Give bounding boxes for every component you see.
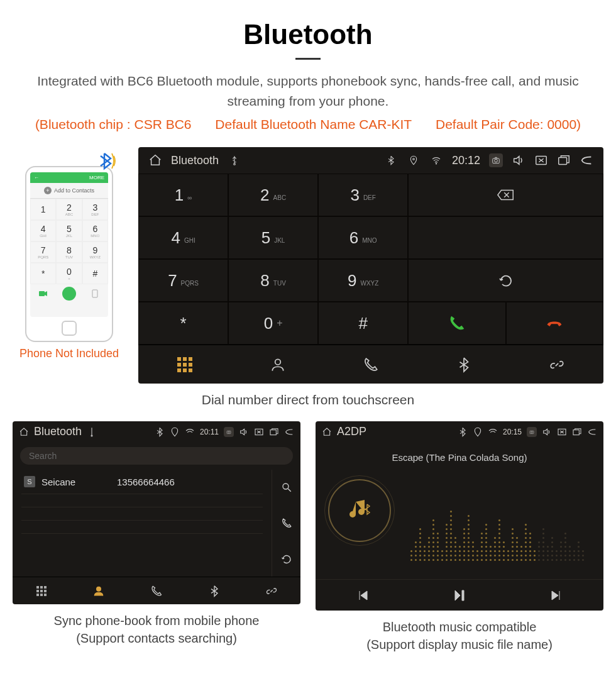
location-icon (407, 153, 421, 167)
dialer-key-9[interactable]: 9WXYZ (318, 259, 408, 302)
dialer-key-1[interactable]: 1∞ (138, 174, 228, 216)
wifi-icon (488, 427, 498, 437)
phone-key: 3DEF (82, 199, 108, 220)
phone-call-icon (62, 287, 76, 301)
volume-icon[interactable] (239, 427, 249, 437)
camera-icon[interactable] (224, 427, 234, 437)
nav-bluetooth-button[interactable] (417, 345, 510, 384)
phone-key: 2ABC (56, 199, 82, 220)
dialer-device: Bluetooth 20:12 1∞2ABC3DEF4GHI5JKL6MNO7P… (138, 147, 603, 384)
nav-pair-button[interactable] (510, 345, 603, 384)
nav-pair-button[interactable] (243, 577, 300, 604)
call-button[interactable] (408, 302, 505, 345)
status-time: 20:12 (452, 154, 480, 167)
svg-point-15 (283, 484, 289, 489)
back-icon[interactable] (284, 427, 294, 437)
phone-key: 0+ (56, 263, 82, 284)
close-screen-icon[interactable] (254, 427, 264, 437)
bluetooth-signal-icon (93, 148, 118, 176)
phone-key: 7PQRS (30, 241, 56, 263)
recent-apps-icon[interactable] (557, 153, 571, 167)
recent-apps-icon[interactable] (269, 427, 279, 437)
dialer-key-0[interactable]: 0+ (228, 302, 318, 345)
dialer-key-6[interactable]: 6MNO (318, 216, 408, 259)
contact-badge: S (24, 476, 35, 487)
dialer-key-4[interactable]: 4GHI (138, 216, 228, 259)
album-art (328, 479, 391, 542)
phone-contact-icon (82, 284, 108, 303)
page-title: Bluetooth (13, 19, 603, 50)
call-icon[interactable] (272, 506, 300, 541)
search-icon[interactable] (272, 470, 300, 506)
home-icon[interactable] (148, 153, 162, 167)
phone-key: 4GHI (30, 220, 56, 241)
empty-cell (408, 216, 603, 259)
dialer-key-2[interactable]: 2ABC (228, 174, 318, 216)
dialer-key-8[interactable]: 8TUV (228, 259, 318, 302)
home-icon[interactable] (19, 427, 29, 437)
spec-code: Default Pair Code: 0000) (436, 117, 581, 131)
svg-rect-8 (559, 157, 567, 164)
sync-icon[interactable] (272, 541, 300, 577)
recent-apps-icon[interactable] (572, 427, 582, 437)
dialer-key-7[interactable]: 7PQRS (138, 259, 228, 302)
phone-key: * (30, 263, 56, 284)
wifi-icon (185, 427, 195, 437)
svg-rect-1 (92, 290, 97, 297)
nav-keypad-button[interactable] (138, 345, 231, 384)
nav-contacts-button[interactable] (231, 345, 324, 384)
svg-point-18 (531, 431, 533, 433)
app-title: A2DP (337, 425, 366, 438)
nav-history-button[interactable] (324, 345, 417, 384)
home-icon[interactable] (322, 427, 332, 437)
svg-point-10 (91, 435, 92, 436)
contact-number: 13566664466 (117, 477, 175, 487)
back-icon[interactable] (587, 427, 597, 437)
next-track-button[interactable] (507, 580, 603, 611)
camera-icon[interactable] (489, 153, 503, 167)
svg-point-3 (413, 158, 415, 160)
phone-video-icon (30, 284, 56, 303)
music-device: A2DP 20:15 Escape (The Pina Colada Song) (316, 421, 603, 611)
nav-bluetooth-button[interactable] (185, 577, 243, 604)
music-caption: Bluetooth music compatible(Support displ… (316, 618, 603, 653)
app-title: Bluetooth (34, 425, 82, 438)
nav-history-button[interactable] (128, 577, 185, 604)
nav-contacts-button[interactable] (70, 577, 128, 604)
back-icon[interactable] (580, 153, 593, 167)
dialer-caption: Dial number direct from touchscreen (13, 392, 603, 407)
close-screen-icon[interactable] (534, 153, 548, 167)
dialer-key-#[interactable]: # (318, 302, 408, 345)
bluetooth-icon (155, 427, 165, 437)
backspace-button[interactable] (408, 174, 603, 216)
add-to-contacts: Add to Contacts (30, 183, 108, 199)
phone-key: 9WXYZ (82, 241, 108, 263)
volume-icon[interactable] (512, 153, 525, 167)
svg-rect-0 (39, 291, 45, 296)
contact-row[interactable]: S Seicane 13566664466 (21, 470, 263, 494)
description-text: Integrated with BC6 Bluetooth module, su… (31, 71, 585, 111)
play-pause-button[interactable] (412, 580, 508, 611)
phone-key: # (82, 263, 108, 284)
track-title: Escape (The Pina Colada Song) (316, 452, 603, 463)
camera-icon[interactable] (527, 427, 537, 437)
prev-track-button[interactable] (316, 580, 412, 611)
hangup-button[interactable] (506, 302, 603, 345)
dialer-key-5[interactable]: 5JKL (228, 216, 318, 259)
phone-key: 8TUV (56, 241, 82, 263)
dialer-key-*[interactable]: * (138, 302, 228, 345)
location-icon (473, 427, 483, 437)
volume-icon[interactable] (542, 427, 552, 437)
phone-key: 5JKL (56, 220, 82, 241)
contacts-caption: Sync phone-book from mobile phone(Suppor… (13, 612, 300, 647)
redial-button[interactable] (408, 259, 603, 302)
phone-key: 1 (30, 199, 56, 220)
phone-key: 6MNO (82, 220, 108, 241)
nav-keypad-button[interactable] (13, 577, 70, 604)
close-screen-icon[interactable] (557, 427, 567, 437)
dialer-key-3[interactable]: 3DEF (318, 174, 408, 216)
wifi-icon (429, 153, 443, 167)
contact-row-empty (21, 521, 263, 534)
phone-mock-column: ←MORE Add to Contacts 12ABC3DEF4GHI5JKL6… (13, 166, 126, 360)
search-input[interactable]: Search (20, 447, 293, 465)
